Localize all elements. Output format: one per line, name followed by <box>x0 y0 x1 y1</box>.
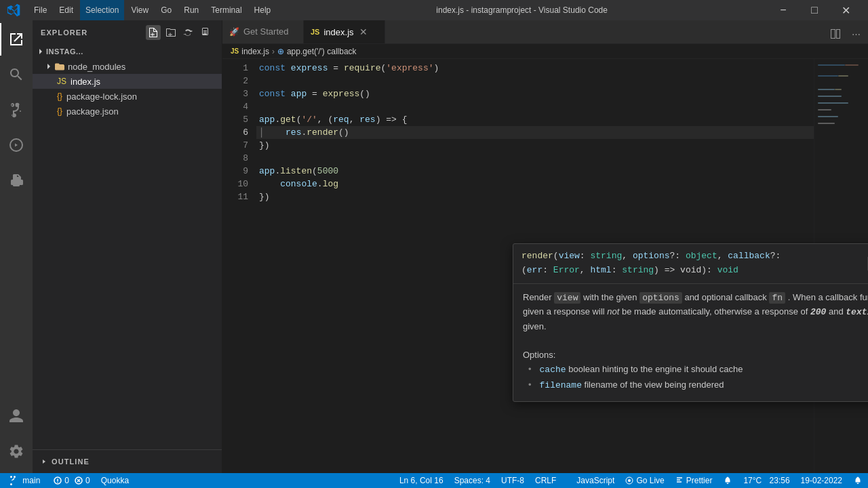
file-index-js[interactable]: JS index.js <box>33 74 222 89</box>
split-editor-button[interactable] <box>826 24 845 43</box>
collapse-all-button[interactable] <box>199 25 214 40</box>
menu-edit[interactable]: Edit <box>54 0 79 20</box>
menu-selection[interactable]: Selection <box>80 0 124 20</box>
js-tab-icon: JS <box>311 28 319 36</box>
activity-search[interactable] <box>0 58 33 91</box>
file-package-json[interactable]: {} package.json <box>33 104 222 119</box>
status-encoding[interactable]: UTF-8 <box>496 473 530 488</box>
svg-rect-7 <box>818 102 848 104</box>
status-spaces[interactable]: Spaces: 4 <box>449 473 496 488</box>
code-line-6: │ res.render() <box>256 126 814 139</box>
tooltip-200-code: 200 <box>810 307 826 317</box>
encoding-text: UTF-8 <box>501 476 524 485</box>
temperature-text: 17°C <box>743 476 762 485</box>
code-line-5: app.get('/', (req, res) => { <box>256 113 814 126</box>
titlebar: File Edit Selection View Go Run Terminal… <box>0 0 868 20</box>
sidebar-actions <box>146 25 214 40</box>
tab-get-started[interactable]: 🚀 Get Started <box>222 20 304 43</box>
menu-file[interactable]: File <box>28 0 52 20</box>
status-language[interactable]: JavaScript <box>561 473 620 488</box>
tooltip-filename-desc: filename of the view being rendered <box>585 380 724 390</box>
activity-bottom-items <box>0 400 33 473</box>
tooltip-options-list: cache boolean hinting to the engine it s… <box>523 363 868 394</box>
breadcrumb-separator: › <box>272 47 275 56</box>
status-line-ending[interactable]: CRLF <box>530 473 561 488</box>
new-file-button[interactable] <box>146 25 161 40</box>
status-notifications-bell[interactable] <box>848 473 868 488</box>
svg-point-13 <box>58 482 59 483</box>
file-package-lock-json[interactable]: {} package-lock.json <box>33 89 222 104</box>
time-text: 23:56 <box>770 476 790 485</box>
status-position[interactable]: Ln 6, Col 16 <box>394 473 449 488</box>
more-actions-button[interactable]: ⋯ <box>846 24 865 43</box>
folder-arrow-root <box>35 46 46 57</box>
svg-rect-8 <box>818 109 831 110</box>
status-prettier[interactable]: Prettier <box>670 473 718 488</box>
tooltip-cache-desc: boolean hinting to the engine it should … <box>568 364 743 374</box>
code-line-1: const express = require('express') <box>256 62 814 75</box>
status-right: Ln 6, Col 16 Spaces: 4 UTF-8 CRLF JavaSc… <box>394 473 868 488</box>
project-root-name: INSTAG... <box>46 47 83 56</box>
menu-go[interactable]: Go <box>155 0 177 20</box>
status-quokka[interactable]: Quokka <box>96 473 134 488</box>
tooltip-sig-line2: (err: Error, html: string) => void): voi… <box>521 264 868 278</box>
status-date: 19-02-2022 <box>795 473 848 488</box>
activity-run-debug[interactable] <box>0 129 33 161</box>
tooltip-body: Render view with the given options and o… <box>513 284 868 402</box>
menu-help[interactable]: Help <box>249 0 277 20</box>
activity-explorer[interactable] <box>0 23 33 56</box>
date-text: 19-02-2022 <box>801 476 842 485</box>
breadcrumb: JS index.js › ⊕ app.get('/') callback <box>222 44 868 59</box>
vscode-icon <box>7 3 20 17</box>
tab-close-index-js[interactable]: ✕ <box>358 26 369 37</box>
menu-run[interactable]: Run <box>178 0 204 20</box>
tooltip-texthtml-code: text/html <box>846 307 868 317</box>
titlebar-menu: File Edit Selection View Go Run Terminal… <box>28 0 276 20</box>
status-bell[interactable] <box>717 473 738 488</box>
status-errors[interactable]: 0 0 <box>48 473 95 488</box>
activity-settings[interactable] <box>0 435 33 468</box>
status-go-live[interactable]: Go Live <box>620 473 669 488</box>
outline-section[interactable]: OUTLINE <box>33 449 222 473</box>
menu-terminal[interactable]: Terminal <box>205 0 247 20</box>
tabs-actions: ⋯ <box>823 24 868 43</box>
breadcrumb-symbol[interactable]: app.get('/') callback <box>287 47 357 56</box>
svg-rect-9 <box>818 116 838 117</box>
status-branch[interactable]: main <box>0 473 48 488</box>
activity-source-control[interactable] <box>0 94 33 126</box>
file-name-package-lock-json: package-lock.json <box>66 92 137 102</box>
tooltip-header: render(view: string, options?: object, c… <box>513 244 868 284</box>
tab-label-get-started: Get Started <box>243 26 288 37</box>
code-line-7: }) <box>256 139 814 152</box>
project-root-folder[interactable]: INSTAG... <box>33 44 222 59</box>
status-left: main 0 0 Quokka <box>0 473 134 488</box>
tabs-bar: 🚀 Get Started JS index.js ✕ ⋯ <box>222 20 868 44</box>
activity-bar <box>0 20 33 473</box>
tooltip-view-code: view <box>554 292 580 304</box>
refresh-explorer-button[interactable] <box>181 25 196 40</box>
maximize-button[interactable]: □ <box>799 0 830 20</box>
error-count: 0 <box>64 476 69 485</box>
code-line-2 <box>256 75 814 87</box>
breadcrumb-filename[interactable]: index.js <box>241 47 269 56</box>
spaces-text: Spaces: 4 <box>454 476 490 485</box>
tab-index-js[interactable]: JS index.js ✕ <box>304 20 385 43</box>
activity-account[interactable] <box>0 400 33 432</box>
minimize-button[interactable]: − <box>768 0 799 20</box>
svg-rect-10 <box>818 123 835 124</box>
folder-node-modules[interactable]: node_modules <box>33 59 222 74</box>
window-controls: − □ ✕ <box>768 0 861 20</box>
close-button[interactable]: ✕ <box>830 0 861 20</box>
activity-extensions[interactable] <box>0 164 33 197</box>
new-folder-button[interactable] <box>163 25 178 40</box>
status-bar: main 0 0 Quokka Ln 6, Col 16 Spaces: 4 U… <box>0 473 868 488</box>
tooltip-cache-name: cache <box>540 365 566 375</box>
code-line-11: }) <box>256 190 814 203</box>
menu-view[interactable]: View <box>125 0 154 20</box>
outline-label: OUTLINE <box>52 458 90 466</box>
code-editor[interactable]: 1 2 3 4 5 6 7 8 9 10 11 const express = … <box>222 59 868 473</box>
json-file-icon-1: {} <box>57 92 62 101</box>
svg-rect-1 <box>845 64 859 66</box>
code-line-10: console.log <box>256 178 814 190</box>
svg-rect-2 <box>818 75 838 77</box>
